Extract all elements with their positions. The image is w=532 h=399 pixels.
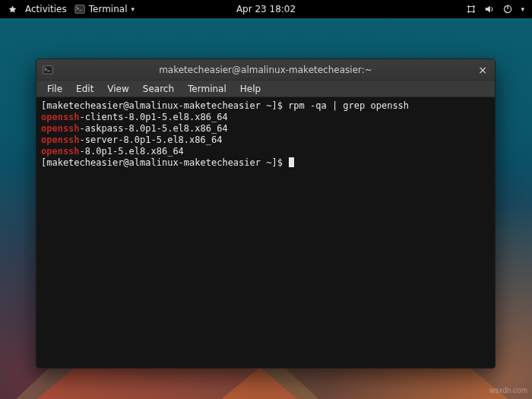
menu-help[interactable]: Help — [234, 82, 267, 96]
svg-rect-8 — [43, 65, 52, 74]
output-text: -8.0p1-5.el8.x86_64 — [80, 146, 184, 157]
output-line: openssh-8.0p1-5.el8.x86_64 — [41, 146, 490, 157]
close-button[interactable]: × — [477, 64, 489, 76]
grep-match: openssh — [41, 146, 80, 157]
menu-terminal[interactable]: Terminal — [182, 82, 233, 96]
menu-search[interactable]: Search — [137, 82, 180, 96]
prompt-line: [maketecheasier@almalinux-maketecheasier… — [41, 100, 490, 112]
chevron-down-icon: ▾ — [131, 5, 135, 13]
activities-icon[interactable] — [8, 5, 17, 14]
output-text: -clients-8.0p1-5.el8.x86_64 — [80, 112, 228, 122]
svg-rect-1 — [79, 10, 82, 11]
svg-rect-7 — [508, 5, 508, 9]
chevron-down-icon: ▾ — [521, 5, 524, 13]
watermark: wsxdn.com — [489, 386, 527, 394]
close-icon: × — [478, 65, 487, 75]
system-status-area[interactable]: ▾ — [466, 4, 524, 14]
prompt: [maketecheasier@almalinux-maketecheasier… — [41, 100, 288, 111]
grep-match: openssh — [41, 123, 80, 134]
cursor — [289, 157, 294, 167]
terminal-app-icon — [74, 4, 85, 14]
grep-match: openssh — [41, 112, 80, 122]
prompt: [maketecheasier@almalinux-maketecheasier… — [41, 157, 288, 168]
grep-match: openssh — [41, 135, 80, 145]
output-line: openssh-askpass-8.0p1-5.el8.x86_64 — [41, 123, 490, 135]
svg-rect-9 — [47, 70, 50, 71]
app-menu[interactable]: Terminal ▾ — [74, 4, 135, 14]
volume-icon[interactable] — [484, 4, 495, 14]
command-text: rpm -qa | grep openssh — [288, 100, 409, 111]
terminal-window-icon — [43, 65, 53, 75]
output-line: openssh-clients-8.0p1-5.el8.x86_64 — [41, 112, 490, 123]
window-title: maketecheasier@almalinux-maketecheasier:… — [36, 65, 495, 75]
terminal-content[interactable]: [maketecheasier@almalinux-maketecheasier… — [36, 97, 495, 368]
network-icon[interactable] — [466, 4, 477, 14]
output-text: -askpass-8.0p1-5.el8.x86_64 — [80, 123, 228, 134]
terminal-menubar: File Edit View Search Terminal Help — [36, 81, 495, 97]
menu-edit[interactable]: Edit — [70, 82, 100, 96]
output-line: openssh-server-8.0p1-5.el8.x86_64 — [41, 135, 490, 146]
power-icon[interactable] — [502, 4, 513, 14]
terminal-window: maketecheasier@almalinux-maketecheasier:… — [36, 59, 496, 369]
activities-button[interactable]: Activities — [25, 4, 67, 14]
svg-rect-0 — [75, 5, 84, 14]
menu-file[interactable]: File — [41, 82, 68, 96]
output-text: -server-8.0p1-5.el8.x86_64 — [80, 135, 223, 145]
clock[interactable]: Apr 23 18:02 — [236, 4, 296, 14]
window-titlebar[interactable]: maketecheasier@almalinux-maketecheasier:… — [36, 59, 495, 81]
menu-view[interactable]: View — [101, 82, 135, 96]
gnome-top-bar: Activities Terminal ▾ Apr 23 18:02 ▾ — [0, 0, 532, 18]
prompt-line: [maketecheasier@almalinux-maketecheasier… — [41, 157, 490, 169]
app-menu-label: Terminal — [89, 4, 128, 14]
